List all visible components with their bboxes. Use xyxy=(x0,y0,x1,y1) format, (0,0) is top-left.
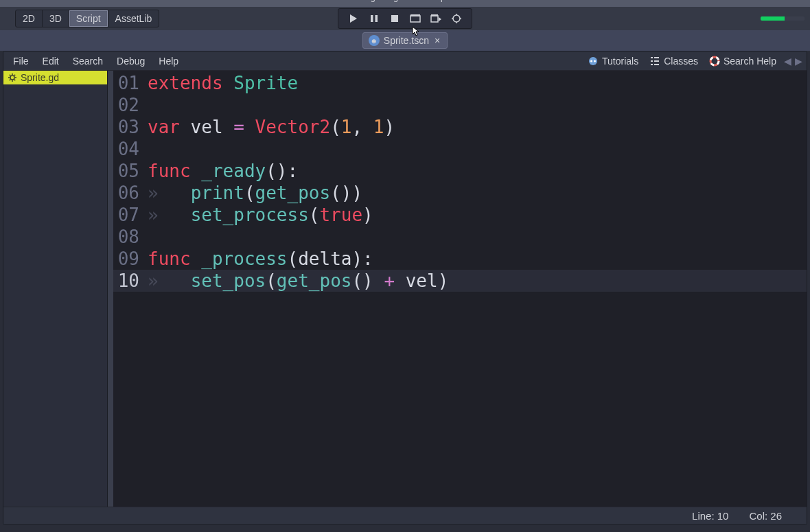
code-line[interactable]: 10» set_pos(get_pos() + vel) xyxy=(113,270,807,292)
lifebuoy-icon xyxy=(709,56,720,67)
scene-tab-label: Sprite.tscn xyxy=(384,35,429,46)
menu-search[interactable]: Search xyxy=(66,53,110,69)
playback-controls xyxy=(338,8,472,29)
line-number: 03 xyxy=(113,116,148,138)
code-column: 01extends Sprite0203var vel = Vector2(1,… xyxy=(113,71,807,507)
svg-rect-3 xyxy=(410,16,420,22)
svg-rect-6 xyxy=(431,14,438,16)
menu-file[interactable]: File xyxy=(6,53,36,69)
menu-debug[interactable]: Debug xyxy=(110,53,152,69)
help-search[interactable]: Search Help xyxy=(704,53,782,69)
play-icon[interactable] xyxy=(347,12,360,25)
panel-splitter[interactable] xyxy=(108,71,113,507)
script-list-item[interactable]: Sprite.gd xyxy=(3,71,107,84)
code-editor[interactable]: 01extends Sprite0203var vel = Vector2(1,… xyxy=(113,71,807,507)
play-custom-icon[interactable] xyxy=(429,12,443,25)
script-name: Sprite.gd xyxy=(21,72,59,83)
svg-point-8 xyxy=(589,57,597,65)
svg-rect-5 xyxy=(431,16,438,22)
editor-body: Sprite.gd 01extends Sprite0203var vel = … xyxy=(3,71,807,507)
stop-icon[interactable] xyxy=(388,12,402,25)
line-number: 07 xyxy=(113,204,148,226)
godot-icon: ☻ xyxy=(369,35,380,46)
debug-icon[interactable] xyxy=(450,12,463,25)
svg-point-10 xyxy=(594,60,596,62)
svg-point-7 xyxy=(453,15,460,22)
code-line[interactable]: 07» set_process(true) xyxy=(113,204,807,226)
help-classes[interactable]: Classes xyxy=(644,53,704,69)
code-line[interactable]: 02 xyxy=(113,94,807,116)
line-number: 01 xyxy=(113,72,148,94)
script-list-panel: Sprite.gd xyxy=(3,71,108,507)
menu-edit[interactable]: Edit xyxy=(36,53,66,69)
pause-icon[interactable] xyxy=(367,12,381,25)
play-scene-icon[interactable] xyxy=(408,12,422,25)
status-line: Line: 10 xyxy=(692,510,728,522)
svg-rect-1 xyxy=(375,15,378,22)
code-line[interactable]: 04 xyxy=(113,138,807,160)
code-line[interactable]: 03var vel = Vector2(1, 1) xyxy=(113,116,807,138)
line-number: 06 xyxy=(113,182,148,204)
audio-meter xyxy=(761,16,805,21)
list-icon xyxy=(649,56,660,67)
code-line[interactable]: 09func _process(delta): xyxy=(113,248,807,270)
viewport-2d[interactable]: 2D xyxy=(16,10,43,27)
line-number: 04 xyxy=(113,138,148,160)
window-title-bar: Godot Engine - godot101 - Sprite.tscn xyxy=(0,0,810,7)
line-number: 10 xyxy=(113,270,148,292)
status-col: Col: 26 xyxy=(749,510,782,522)
line-number: 09 xyxy=(113,248,148,270)
status-bar: Line: 10 Col: 26 xyxy=(3,507,807,524)
help-tutorials[interactable]: Tutorials xyxy=(582,53,644,69)
code-line[interactable]: 05func _ready(): xyxy=(113,160,807,182)
close-icon[interactable]: × xyxy=(433,35,441,46)
script-menu-bar: File Edit Search Debug Help Tutorials Cl… xyxy=(3,51,807,71)
script-editor: File Edit Search Debug Help Tutorials Cl… xyxy=(3,51,807,525)
scene-tab[interactable]: ☻ Sprite.tscn × xyxy=(362,32,448,49)
line-number: 02 xyxy=(113,94,148,116)
viewport-switcher: 2D3DScriptAssetLib xyxy=(15,10,159,27)
line-number: 05 xyxy=(113,160,148,182)
nav-back-icon[interactable]: ◀ xyxy=(782,56,793,67)
svg-rect-0 xyxy=(371,15,373,22)
robot-icon xyxy=(588,56,599,67)
code-line[interactable]: 01extends Sprite xyxy=(113,72,807,94)
menu-help[interactable]: Help xyxy=(152,53,185,69)
svg-rect-2 xyxy=(391,15,398,22)
code-line[interactable]: 08 xyxy=(113,226,807,248)
svg-point-13 xyxy=(10,76,14,80)
nav-forward-icon[interactable]: ▶ xyxy=(793,56,804,67)
gear-icon xyxy=(8,73,17,82)
window-title: Godot Engine - godot101 - Sprite.tscn xyxy=(336,0,474,2)
svg-rect-4 xyxy=(410,14,420,16)
viewport-script[interactable]: Script xyxy=(69,10,108,27)
viewport-3d[interactable]: 3D xyxy=(43,10,69,27)
scene-tab-strip: ☻ Sprite.tscn × xyxy=(0,30,810,51)
top-toolbar: 2D3DScriptAssetLib xyxy=(0,7,810,30)
svg-point-12 xyxy=(710,57,719,65)
viewport-assetlib[interactable]: AssetLib xyxy=(108,10,159,27)
code-line[interactable]: 06» print(get_pos()) xyxy=(113,182,807,204)
line-number: 08 xyxy=(113,226,148,248)
svg-point-9 xyxy=(590,60,592,62)
